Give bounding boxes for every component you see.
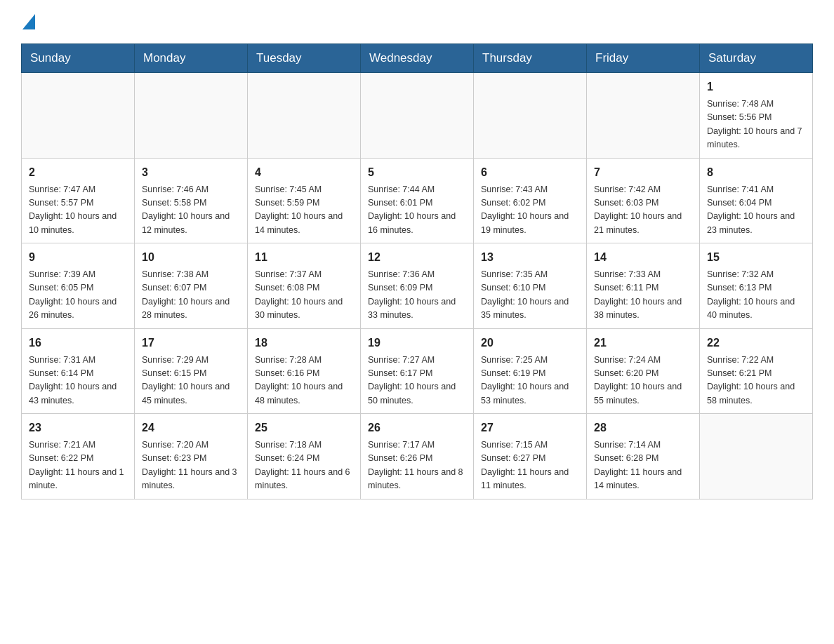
day-number: 24 bbox=[142, 420, 240, 436]
calendar-day-cell bbox=[587, 73, 700, 159]
calendar-day-cell: 4Sunrise: 7:45 AMSunset: 5:59 PMDaylight… bbox=[248, 158, 361, 243]
day-number: 25 bbox=[255, 420, 353, 436]
calendar-day-cell bbox=[361, 73, 474, 159]
calendar-day-cell: 24Sunrise: 7:20 AMSunset: 6:23 PMDayligh… bbox=[135, 414, 248, 499]
day-number: 9 bbox=[29, 249, 127, 266]
day-info: Sunrise: 7:41 AMSunset: 6:04 PMDaylight:… bbox=[707, 183, 805, 238]
calendar-day-cell: 19Sunrise: 7:27 AMSunset: 6:17 PMDayligh… bbox=[361, 328, 474, 414]
day-info: Sunrise: 7:37 AMSunset: 6:08 PMDaylight:… bbox=[255, 268, 353, 323]
day-number: 26 bbox=[368, 420, 466, 436]
calendar-day-cell: 17Sunrise: 7:29 AMSunset: 6:15 PMDayligh… bbox=[135, 328, 248, 414]
day-number: 7 bbox=[594, 164, 692, 181]
day-info: Sunrise: 7:33 AMSunset: 6:11 PMDaylight:… bbox=[594, 268, 692, 323]
day-info: Sunrise: 7:15 AMSunset: 6:27 PMDaylight:… bbox=[481, 438, 579, 493]
day-number: 21 bbox=[594, 335, 692, 351]
calendar-header-thursday: Thursday bbox=[474, 44, 587, 73]
calendar-day-cell: 2Sunrise: 7:47 AMSunset: 5:57 PMDaylight… bbox=[22, 158, 135, 243]
logo bbox=[21, 14, 35, 29]
day-info: Sunrise: 7:46 AMSunset: 5:58 PMDaylight:… bbox=[142, 183, 240, 238]
day-info: Sunrise: 7:14 AMSunset: 6:28 PMDaylight:… bbox=[594, 438, 692, 493]
day-number: 14 bbox=[594, 249, 692, 266]
calendar-day-cell: 13Sunrise: 7:35 AMSunset: 6:10 PMDayligh… bbox=[474, 243, 587, 329]
calendar-header-monday: Monday bbox=[135, 44, 248, 73]
day-number: 4 bbox=[255, 164, 353, 181]
day-info: Sunrise: 7:42 AMSunset: 6:03 PMDaylight:… bbox=[594, 183, 692, 238]
day-info: Sunrise: 7:18 AMSunset: 6:24 PMDaylight:… bbox=[255, 438, 353, 493]
day-info: Sunrise: 7:27 AMSunset: 6:17 PMDaylight:… bbox=[368, 354, 466, 408]
calendar-day-cell: 25Sunrise: 7:18 AMSunset: 6:24 PMDayligh… bbox=[248, 414, 361, 499]
calendar-day-cell: 15Sunrise: 7:32 AMSunset: 6:13 PMDayligh… bbox=[700, 243, 813, 329]
svg-marker-0 bbox=[22, 14, 35, 29]
day-info: Sunrise: 7:20 AMSunset: 6:23 PMDaylight:… bbox=[142, 438, 240, 493]
calendar-day-cell: 28Sunrise: 7:14 AMSunset: 6:28 PMDayligh… bbox=[587, 414, 700, 499]
calendar-header-row: SundayMondayTuesdayWednesdayThursdayFrid… bbox=[22, 44, 813, 73]
day-number: 18 bbox=[255, 335, 353, 351]
calendar-day-cell bbox=[474, 73, 587, 159]
day-number: 19 bbox=[368, 335, 466, 351]
calendar-day-cell bbox=[22, 73, 135, 159]
calendar-header-sunday: Sunday bbox=[22, 44, 135, 73]
calendar-day-cell: 1Sunrise: 7:48 AMSunset: 5:56 PMDaylight… bbox=[700, 73, 813, 159]
calendar-day-cell: 9Sunrise: 7:39 AMSunset: 6:05 PMDaylight… bbox=[22, 243, 135, 329]
day-info: Sunrise: 7:32 AMSunset: 6:13 PMDaylight:… bbox=[707, 268, 805, 323]
logo-triangle-icon bbox=[22, 14, 35, 29]
day-number: 1 bbox=[707, 79, 805, 95]
day-info: Sunrise: 7:36 AMSunset: 6:09 PMDaylight:… bbox=[368, 268, 466, 323]
calendar-day-cell: 26Sunrise: 7:17 AMSunset: 6:26 PMDayligh… bbox=[361, 414, 474, 499]
calendar-day-cell: 23Sunrise: 7:21 AMSunset: 6:22 PMDayligh… bbox=[22, 414, 135, 499]
day-number: 22 bbox=[707, 335, 805, 351]
calendar-week-row: 9Sunrise: 7:39 AMSunset: 6:05 PMDaylight… bbox=[22, 243, 813, 329]
calendar-day-cell: 16Sunrise: 7:31 AMSunset: 6:14 PMDayligh… bbox=[22, 328, 135, 414]
calendar-day-cell: 8Sunrise: 7:41 AMSunset: 6:04 PMDaylight… bbox=[700, 158, 813, 243]
calendar-header-wednesday: Wednesday bbox=[361, 44, 474, 73]
day-info: Sunrise: 7:35 AMSunset: 6:10 PMDaylight:… bbox=[481, 268, 579, 323]
day-info: Sunrise: 7:45 AMSunset: 5:59 PMDaylight:… bbox=[255, 183, 353, 238]
calendar-day-cell: 5Sunrise: 7:44 AMSunset: 6:01 PMDaylight… bbox=[361, 158, 474, 243]
page-header bbox=[21, 14, 813, 29]
day-number: 8 bbox=[707, 164, 805, 181]
calendar-day-cell bbox=[135, 73, 248, 159]
calendar-day-cell: 10Sunrise: 7:38 AMSunset: 6:07 PMDayligh… bbox=[135, 243, 248, 329]
day-info: Sunrise: 7:38 AMSunset: 6:07 PMDaylight:… bbox=[142, 268, 240, 323]
calendar-week-row: 1Sunrise: 7:48 AMSunset: 5:56 PMDaylight… bbox=[22, 73, 813, 159]
day-info: Sunrise: 7:17 AMSunset: 6:26 PMDaylight:… bbox=[368, 438, 466, 493]
calendar-day-cell: 6Sunrise: 7:43 AMSunset: 6:02 PMDaylight… bbox=[474, 158, 587, 243]
day-number: 28 bbox=[594, 420, 692, 436]
day-info: Sunrise: 7:47 AMSunset: 5:57 PMDaylight:… bbox=[29, 183, 127, 238]
day-info: Sunrise: 7:28 AMSunset: 6:16 PMDaylight:… bbox=[255, 354, 353, 408]
day-number: 23 bbox=[29, 420, 127, 436]
calendar-week-row: 23Sunrise: 7:21 AMSunset: 6:22 PMDayligh… bbox=[22, 414, 813, 499]
day-number: 20 bbox=[481, 335, 579, 351]
calendar-day-cell: 7Sunrise: 7:42 AMSunset: 6:03 PMDaylight… bbox=[587, 158, 700, 243]
day-info: Sunrise: 7:31 AMSunset: 6:14 PMDaylight:… bbox=[29, 354, 127, 408]
calendar-header-friday: Friday bbox=[587, 44, 700, 73]
calendar-header-tuesday: Tuesday bbox=[248, 44, 361, 73]
calendar-day-cell: 27Sunrise: 7:15 AMSunset: 6:27 PMDayligh… bbox=[474, 414, 587, 499]
calendar-day-cell: 14Sunrise: 7:33 AMSunset: 6:11 PMDayligh… bbox=[587, 243, 700, 329]
day-number: 2 bbox=[29, 164, 127, 181]
calendar-day-cell: 20Sunrise: 7:25 AMSunset: 6:19 PMDayligh… bbox=[474, 328, 587, 414]
day-info: Sunrise: 7:48 AMSunset: 5:56 PMDaylight:… bbox=[707, 98, 805, 152]
day-number: 6 bbox=[481, 164, 579, 181]
day-number: 11 bbox=[255, 249, 353, 266]
day-info: Sunrise: 7:43 AMSunset: 6:02 PMDaylight:… bbox=[481, 183, 579, 238]
calendar-day-cell: 11Sunrise: 7:37 AMSunset: 6:08 PMDayligh… bbox=[248, 243, 361, 329]
day-info: Sunrise: 7:29 AMSunset: 6:15 PMDaylight:… bbox=[142, 354, 240, 408]
day-number: 12 bbox=[368, 249, 466, 266]
calendar-week-row: 16Sunrise: 7:31 AMSunset: 6:14 PMDayligh… bbox=[22, 328, 813, 414]
day-number: 16 bbox=[29, 335, 127, 351]
day-number: 15 bbox=[707, 249, 805, 266]
calendar-week-row: 2Sunrise: 7:47 AMSunset: 5:57 PMDaylight… bbox=[22, 158, 813, 243]
calendar-day-cell: 18Sunrise: 7:28 AMSunset: 6:16 PMDayligh… bbox=[248, 328, 361, 414]
calendar-day-cell: 22Sunrise: 7:22 AMSunset: 6:21 PMDayligh… bbox=[700, 328, 813, 414]
calendar-day-cell: 3Sunrise: 7:46 AMSunset: 5:58 PMDaylight… bbox=[135, 158, 248, 243]
calendar-day-cell bbox=[700, 414, 813, 499]
day-info: Sunrise: 7:25 AMSunset: 6:19 PMDaylight:… bbox=[481, 354, 579, 408]
day-number: 13 bbox=[481, 249, 579, 266]
calendar-day-cell bbox=[248, 73, 361, 159]
day-info: Sunrise: 7:39 AMSunset: 6:05 PMDaylight:… bbox=[29, 268, 127, 323]
day-number: 10 bbox=[142, 249, 240, 266]
day-number: 17 bbox=[142, 335, 240, 351]
calendar-header-saturday: Saturday bbox=[700, 44, 813, 73]
day-info: Sunrise: 7:24 AMSunset: 6:20 PMDaylight:… bbox=[594, 354, 692, 408]
